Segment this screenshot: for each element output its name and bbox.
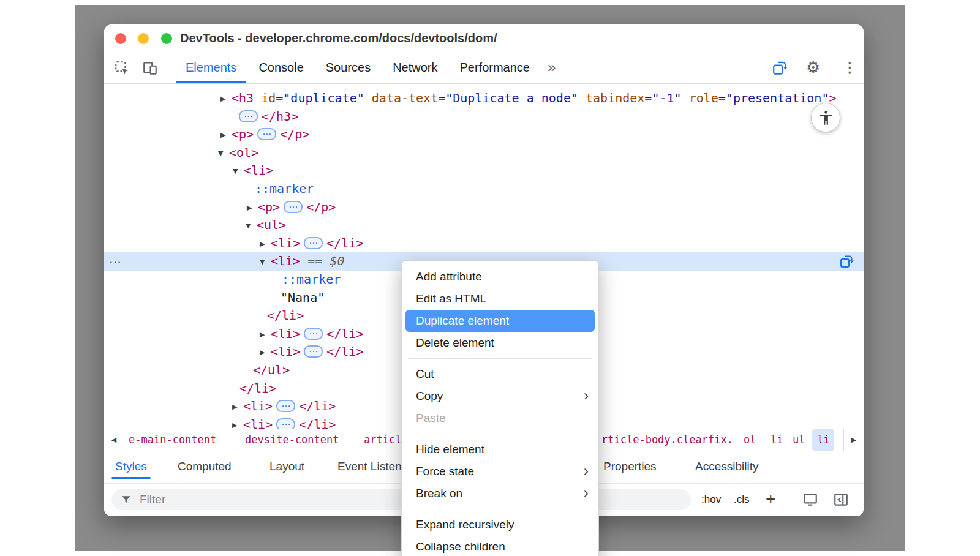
code-token: "presentation" [726, 91, 829, 105]
code-token: </p> [306, 200, 336, 214]
more-tabs-icon[interactable]: » [548, 53, 556, 81]
panel-tabs: ElementsConsoleSourcesNetworkPerformance… [176, 53, 556, 83]
collapse-arrow-icon[interactable]: ▼ [218, 145, 229, 163]
inline-expand-button[interactable]: ⋯ [304, 345, 323, 358]
dom-tree-row[interactable]: ▶<li>⋯</li> [104, 235, 864, 253]
tab-styles[interactable]: Styles [115, 451, 147, 482]
menu-item-collapse-children[interactable]: Collapse children [402, 536, 598, 556]
row-more-actions-icon[interactable]: … [109, 250, 122, 269]
menu-item-force-state[interactable]: Force state› [402, 460, 598, 483]
inline-expand-button[interactable]: ⋯ [304, 328, 323, 340]
dom-tree-row[interactable]: ::marker [104, 180, 864, 198]
breadcrumb-item-e-main-content[interactable]: e-main-content [129, 429, 216, 451]
window-title: DevTools - developer.chrome.com/docs/dev… [180, 24, 497, 52]
new-style-rule-button[interactable]: + [766, 484, 775, 514]
breadcrumb-item-ol[interactable]: ol [744, 429, 756, 451]
tab-elements[interactable]: Elements [176, 53, 246, 83]
code-token: role [689, 91, 718, 105]
settings-gear-icon[interactable]: ⚙ [806, 59, 820, 76]
breadcrumb-scroll-left-icon[interactable]: ◀ [104, 429, 124, 451]
sidebar-toggle-icon[interactable] [833, 492, 849, 508]
code-token: data-text [372, 91, 438, 105]
dom-tree-row[interactable]: ▶<p>⋯</p> [104, 126, 864, 144]
code-token: id [261, 91, 276, 105]
expand-arrow-icon[interactable]: ▶ [260, 235, 271, 254]
tab-network[interactable]: Network [383, 53, 447, 83]
focus-element-icon[interactable] [772, 60, 788, 76]
dom-tree-row[interactable]: ⋯</h3> [104, 108, 864, 126]
breadcrumb-item-rticle-body-clearfix[interactable]: rticle-body.clearfix. [601, 429, 733, 451]
dom-tree-row[interactable]: ▼<ul> [104, 216, 864, 235]
code-token [364, 91, 372, 105]
menu-item-paste[interactable]: Paste [402, 407, 598, 429]
expand-arrow-icon[interactable]: ▶ [221, 126, 232, 145]
collapse-arrow-icon[interactable]: ▼ [246, 217, 257, 235]
code-token: </li> [326, 326, 363, 341]
accessibility-fab[interactable] [811, 103, 840, 132]
tab-computed[interactable]: Computed [178, 451, 232, 482]
inline-expand-button[interactable]: ⋯ [239, 110, 258, 122]
dom-tree-row[interactable]: ▶<h3 id="duplicate" data-text="Duplicate… [104, 89, 864, 108]
collapse-arrow-icon[interactable]: ▼ [260, 253, 271, 271]
tab-properties[interactable]: Properties [603, 451, 657, 482]
dom-tree-row[interactable]: ▼<ol> [104, 144, 864, 162]
expand-arrow-icon[interactable]: ▶ [260, 326, 271, 344]
inline-expand-button[interactable]: ⋯ [284, 201, 303, 213]
expand-arrow-icon[interactable]: ▶ [221, 90, 232, 108]
breadcrumb-item-li[interactable]: li [812, 429, 834, 451]
tab-console[interactable]: Console [249, 53, 312, 83]
inspect-element-icon[interactable] [114, 60, 130, 76]
tab-performance[interactable]: Performance [451, 53, 540, 83]
code-token: "Nana" [281, 290, 325, 305]
code-token: <ol> [229, 145, 258, 160]
minimize-button[interactable] [138, 33, 149, 44]
code-token: </li> [299, 399, 336, 413]
kebab-menu-icon[interactable]: ⋮ [843, 59, 857, 76]
tab-layout[interactable]: Layout [270, 451, 304, 482]
breadcrumb-item-li[interactable]: li [771, 429, 783, 451]
expand-arrow-icon[interactable]: ▶ [232, 416, 243, 429]
dom-tree-row[interactable]: ▼<li> [104, 162, 864, 180]
menu-item-expand-recursively[interactable]: Expand recursively [402, 514, 598, 536]
dom-tree-row[interactable]: ▶<p>⋯</p> [104, 198, 864, 217]
device-toolbar-icon[interactable] [142, 60, 158, 76]
collapse-arrow-icon[interactable]: ▼ [233, 162, 244, 181]
inline-expand-button[interactable]: ⋯ [276, 400, 295, 412]
menu-item-edit-as-html[interactable]: Edit as HTML [402, 288, 598, 310]
tab-sources[interactable]: Sources [317, 53, 380, 83]
expand-arrow-icon[interactable]: ▶ [232, 398, 243, 416]
code-token: <h3 [232, 91, 261, 105]
monitor-icon[interactable] [802, 492, 818, 508]
zoom-button[interactable] [161, 33, 172, 44]
close-button[interactable] [115, 33, 126, 44]
breadcrumb-item-devsite-content[interactable]: devsite-content [245, 429, 339, 451]
code-token: </li> [299, 417, 336, 429]
toggle-hover-state-button[interactable]: :hov [701, 484, 721, 516]
menu-item-copy[interactable]: Copy› [402, 385, 598, 407]
breadcrumb-item-ul[interactable]: ul [793, 429, 805, 451]
menu-item-cut[interactable]: Cut [402, 363, 598, 385]
tab-accessibility[interactable]: Accessibility [695, 451, 758, 482]
code-token: "-1" [652, 91, 681, 105]
menu-item-delete-element[interactable]: Delete element [402, 332, 598, 354]
inline-expand-button[interactable]: ⋯ [276, 418, 295, 429]
toggle-class-button[interactable]: .cls [734, 484, 750, 516]
inline-expand-button[interactable]: ⋯ [257, 128, 276, 140]
menu-item-add-attribute[interactable]: Add attribute [402, 266, 598, 288]
menu-separator [408, 509, 592, 509]
menu-item-duplicate-element[interactable]: Duplicate element [405, 310, 595, 332]
expand-arrow-icon[interactable]: ▶ [260, 344, 271, 362]
inline-expand-button[interactable]: ⋯ [304, 237, 323, 249]
code-token: <li> [271, 344, 300, 359]
code-token: </h3> [262, 109, 298, 124]
code-token: </li> [239, 381, 276, 396]
window-controls [115, 33, 181, 47]
menu-item-hide-element[interactable]: Hide element [402, 438, 598, 460]
submenu-arrow-icon: › [584, 482, 589, 504]
breadcrumb-scroll-right-icon[interactable]: ▶ [843, 429, 864, 451]
expand-arrow-icon[interactable]: ▶ [247, 199, 258, 217]
menu-item-break-on[interactable]: Break on› [402, 483, 598, 505]
focus-element-adorner-icon[interactable] [839, 254, 854, 269]
menu-separator [408, 358, 592, 359]
code-token: tabindex [586, 91, 644, 105]
